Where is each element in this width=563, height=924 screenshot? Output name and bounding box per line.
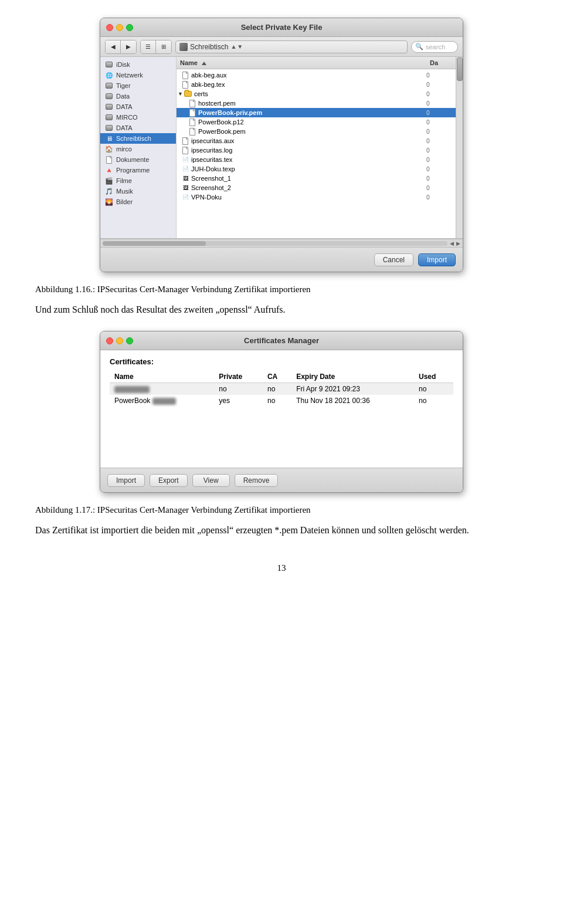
sidebar-item-schreibtisch[interactable]: 🖥 Schreibtisch (100, 133, 176, 144)
file-name-priv: PowerBook-priv.pem (198, 109, 426, 116)
file-name-certs: certs (194, 90, 426, 97)
file-item-vpn-doku[interactable]: 📄 VPN-Doku 0 (177, 192, 456, 202)
location-arrows: ▲ ▼ (230, 43, 243, 50)
sidebar-item-data2[interactable]: DATA (100, 101, 176, 112)
file-date-aux: 0 (426, 72, 456, 79)
certs-view-button[interactable]: View (192, 474, 230, 487)
h-scroll-thumb[interactable] (103, 241, 206, 246)
h-scroll-arrow-left[interactable]: ◀ (450, 241, 454, 246)
location-bar[interactable]: Schreibtisch ▲ ▼ (175, 40, 408, 53)
list-view-button[interactable]: ☰ (141, 40, 156, 53)
file-date-hostcert: 0 (426, 100, 456, 107)
file-item-powerbook-p12[interactable]: PowerBook.p12 0 (177, 117, 456, 127)
file-date-tex1: 0 (426, 82, 456, 88)
certs-body: Certificates: Name Private CA Expiry Dat… (100, 350, 463, 468)
traffic-lights (106, 24, 133, 31)
sidebar-label-mirco-home: mirco (116, 145, 132, 153)
sidebar-item-filme[interactable]: 🎬 Filme (100, 175, 176, 186)
dokumente-icon (105, 155, 113, 164)
file-item-certs[interactable]: ▼ certs 0 (177, 89, 456, 99)
sidebar-item-dokumente[interactable]: Dokumente (100, 154, 176, 165)
horizontal-scrollbar[interactable]: ◀ ▶ (100, 239, 463, 247)
close-button[interactable] (106, 24, 113, 31)
table-row[interactable]: PowerBook yes no Thu Nov 18 2021 00:36 n… (110, 395, 453, 407)
file-icon-certs (184, 90, 192, 98)
file-date-ipsec-log: 0 (426, 147, 456, 154)
certs-remove-button[interactable]: Remove (235, 474, 279, 487)
sidebar-item-data1[interactable]: Data (100, 91, 176, 101)
certificates-manager-dialog: Certificates Manager Certificates: Name … (100, 331, 463, 493)
sidebar-item-bilder[interactable]: 🌄 Bilder (100, 197, 176, 207)
certs-export-button[interactable]: Export (150, 474, 188, 487)
sidebar-label-netzwerk: Netzwerk (116, 72, 143, 79)
file-list-body[interactable]: abk-beg.aux 0 abk-beg.tex 0 ▼ certs 0 (177, 69, 456, 238)
cancel-button[interactable]: Cancel (374, 253, 413, 266)
file-item-ipsec-aux[interactable]: ipsecuritas.aux 0 (177, 136, 456, 145)
file-item-ipsec-log[interactable]: ipsecuritas.log 0 (177, 145, 456, 155)
maximize-button[interactable] (126, 24, 133, 31)
sidebar-item-mirco[interactable]: MIRCO (100, 112, 176, 123)
blurred-name-2 (152, 398, 176, 405)
mirco-icon (105, 113, 113, 121)
dialog2-minimize-button[interactable] (116, 337, 123, 344)
file-item-powerbook-pem[interactable]: PowerBook.pem 0 (177, 127, 456, 136)
dialog2-close-button[interactable] (106, 337, 113, 344)
sidebar-item-musik[interactable]: 🎵 Musik (100, 186, 176, 197)
sidebar-item-data3[interactable]: DATA (100, 123, 176, 133)
file-date-ss1: 0 (426, 175, 456, 182)
minimize-button[interactable] (116, 24, 123, 31)
netzwerk-icon: 🌐 (105, 71, 113, 79)
row2-used: no (414, 395, 453, 407)
file-item-abk-beg-aux[interactable]: abk-beg.aux 0 (177, 70, 456, 80)
scroll-thumb[interactable] (457, 57, 463, 81)
vertical-scrollbar[interactable] (456, 57, 463, 238)
file-item-juh[interactable]: 📄 JUH-Doku.texp 0 (177, 164, 456, 174)
caption2: Abbildung 1.17.: IPSecuritas Cert-Manage… (35, 503, 528, 517)
row2-expiry: Thu Nov 18 2021 00:36 (291, 395, 414, 407)
col-used: Used (414, 371, 453, 383)
file-name-ipsec-tex: ipsecuritas.tex (191, 156, 426, 163)
search-box[interactable]: 🔍 search (411, 41, 458, 53)
h-scroll-arrow-right[interactable]: ▶ (456, 241, 460, 246)
table-row[interactable]: no no Fri Apr 9 2021 09:23 no (110, 383, 453, 395)
file-name-ipsec-log: ipsecuritas.log (191, 147, 426, 154)
sidebar-item-idisk[interactable]: iDisk (100, 59, 176, 70)
sidebar-item-tiger[interactable]: Tiger (100, 80, 176, 91)
row1-used: no (414, 383, 453, 395)
file-date-certs: 0 (426, 91, 456, 97)
file-item-screenshot2[interactable]: 🖼 Screenshot_2 0 (177, 183, 456, 192)
dialog1-bottom-bar: Cancel Import (100, 247, 463, 272)
file-name-pem: PowerBook.pem (198, 128, 426, 135)
h-scroll-track (103, 241, 447, 246)
sidebar-label-data2: DATA (116, 103, 133, 110)
file-item-hostcert[interactable]: hostcert.pem 0 (177, 99, 456, 108)
data3-icon (105, 124, 113, 132)
file-item-screenshot1[interactable]: 🖼 Screenshot_1 0 (177, 174, 456, 183)
file-icon-tex1 (181, 80, 189, 89)
file-item-ipsec-tex[interactable]: 📄 ipsecuritas.tex 0 (177, 155, 456, 164)
sidebar-item-netzwerk[interactable]: 🌐 Netzwerk (100, 70, 176, 80)
row2-name: PowerBook (110, 395, 214, 407)
page-number: 13 (35, 563, 528, 573)
sidebar-label-tiger: Tiger (116, 82, 131, 89)
sidebar-item-programme[interactable]: 🔺 Programme (100, 165, 176, 175)
grid-view-button[interactable]: ⊞ (156, 40, 171, 53)
file-icon-hostcert (188, 99, 196, 107)
programme-icon: 🔺 (105, 166, 113, 174)
forward-button[interactable]: ▶ (121, 40, 136, 53)
dialog2-maximize-button[interactable] (126, 337, 133, 344)
file-item-powerbook-priv[interactable]: PowerBook-priv.pem 0 (177, 108, 456, 117)
file-icon-p12 (188, 118, 196, 126)
back-button[interactable]: ◀ (106, 40, 121, 53)
select-private-key-dialog: Select Private Key File ◀ ▶ ☰ ⊞ Schreibt… (100, 18, 463, 272)
dialog2-traffic-lights (106, 337, 133, 344)
file-list-header: Name Da (177, 57, 456, 69)
file-item-abk-beg-tex[interactable]: abk-beg.tex 0 (177, 80, 456, 89)
body-text1: Und zum Schluß noch das Resultat des zwe… (35, 302, 528, 317)
file-name-aux: abk-beg.aux (191, 72, 426, 79)
sidebar-item-mirco-home[interactable]: 🏠 mirco (100, 144, 176, 154)
search-icon: 🔍 (415, 43, 423, 50)
sidebar-label-programme: Programme (116, 167, 150, 174)
import-button[interactable]: Import (418, 253, 456, 266)
certs-import-button[interactable]: Import (107, 474, 145, 487)
